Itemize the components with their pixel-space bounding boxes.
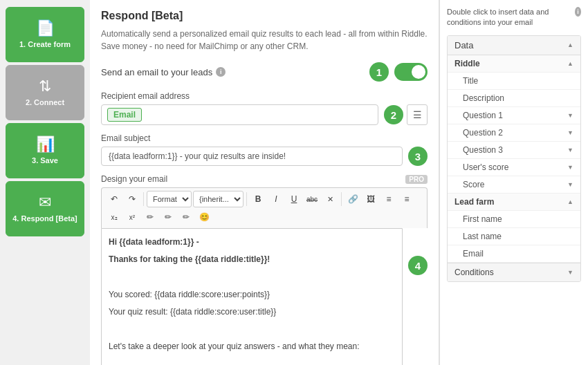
tree-footer-conditions[interactable]: Conditions ▼ xyxy=(448,263,580,281)
tree-item-last-name[interactable]: Last name xyxy=(448,228,580,245)
step-2-badge: 2 xyxy=(384,105,403,124)
toolbar-sep-1 xyxy=(143,192,144,206)
inherit-select[interactable]: {inherit... xyxy=(193,191,244,207)
right-panel: Double click to insert data and conditio… xyxy=(439,0,588,365)
data-header-chevron: ▲ xyxy=(567,41,573,48)
sidebar-item-create-form[interactable]: 📄 1. Create form xyxy=(6,7,84,62)
riddle-label: Riddle xyxy=(454,59,480,68)
main-content: Respond [Beta] Automatically send a pers… xyxy=(90,0,439,365)
toggle-info-icon[interactable]: i xyxy=(216,67,226,77)
tree-item-user-score[interactable]: User's score ▼ xyxy=(448,159,580,176)
list-icon: ☰ xyxy=(413,109,422,120)
page-title: Respond [Beta] xyxy=(101,10,428,22)
tree-item-question2[interactable]: Question 2 ▼ xyxy=(448,124,580,142)
riddle-chevron: ▲ xyxy=(567,60,573,67)
email-tag[interactable]: Email xyxy=(107,108,142,122)
user-score-label: User's score xyxy=(463,162,508,172)
sidebar-item-respond[interactable]: ✉ 4. Respond [Beta] xyxy=(6,181,84,236)
format-select[interactable]: Format xyxy=(147,191,192,207)
description-label: Description xyxy=(463,93,504,103)
tree-item-email[interactable]: Email xyxy=(448,245,580,263)
page-description: Automatically send a personalized email … xyxy=(101,28,428,53)
email-label: Email xyxy=(463,249,484,259)
subscript-button[interactable]: x₂ xyxy=(106,209,122,225)
bold-button[interactable]: B xyxy=(250,191,266,207)
data-tree: Data ▲ Riddle ▲ Title Description Questi… xyxy=(447,35,581,282)
lead-form-label: Lead farm xyxy=(454,197,494,207)
question3-chevron: ▼ xyxy=(567,147,573,153)
toggle-row: Send an email to your leads i 1 xyxy=(101,62,428,82)
link-button[interactable]: 🔗 xyxy=(344,191,361,207)
underline-button[interactable]: U xyxy=(286,191,302,207)
toolbar-sep-2 xyxy=(246,192,247,206)
panel-description-text: Double click to insert data and conditio… xyxy=(447,7,571,28)
pro-badge: PRO xyxy=(405,175,428,184)
subject-section: Email subject 3 xyxy=(101,133,428,166)
redo-button[interactable]: ↷ xyxy=(124,191,140,207)
image-button[interactable]: 🖼 xyxy=(362,191,379,207)
recipient-label: Recipient email address xyxy=(101,91,428,101)
create-form-icon: 📄 xyxy=(36,21,55,36)
tree-item-description[interactable]: Description xyxy=(448,90,580,107)
sidebar-item-respond-label: 4. Respond [Beta] xyxy=(12,214,77,223)
toggle-label-text: Send an email to your leads xyxy=(101,67,212,77)
email-editor[interactable]: Hi {{data leadform:1}} - Thanks for taki… xyxy=(101,228,403,365)
tree-item-question3[interactable]: Question 3 ▼ xyxy=(448,142,580,159)
respond-icon: ✉ xyxy=(39,195,51,210)
question1-chevron: ▼ xyxy=(567,112,573,119)
ol-button[interactable]: ≡ xyxy=(398,191,415,207)
lead-form-chevron: ▲ xyxy=(567,198,573,205)
sidebar: 📄 1. Create form ⇅ 2. Connect 📊 3. Save … xyxy=(0,0,90,365)
tree-item-title[interactable]: Title xyxy=(448,73,580,90)
pen3-button[interactable]: ✏ xyxy=(178,209,194,225)
sidebar-item-save-label: 3. Save xyxy=(32,156,58,165)
step-4-badge: 4 xyxy=(408,256,428,275)
tree-header[interactable]: Data ▲ xyxy=(448,36,580,55)
question2-chevron: ▼ xyxy=(567,129,573,136)
step-1-badge: 1 xyxy=(369,62,389,82)
question1-label: Question 1 xyxy=(463,111,503,120)
editor-label: Design your email xyxy=(101,174,167,184)
first-name-label: First name xyxy=(463,214,502,224)
tree-item-question1[interactable]: Question 1 ▼ xyxy=(448,107,580,124)
editor-wrap: Hi {{data leadform:1}} - Thanks for taki… xyxy=(101,228,428,365)
strikethrough-button[interactable]: abc xyxy=(304,191,320,207)
subject-input[interactable] xyxy=(101,147,403,166)
tree-item-first-name[interactable]: First name xyxy=(448,211,580,228)
tree-item-score[interactable]: Score ▼ xyxy=(448,176,580,194)
subject-label: Email subject xyxy=(101,133,428,143)
subject-row: 3 xyxy=(101,147,428,166)
toolbar-sep-3 xyxy=(341,192,342,206)
question2-label: Question 2 xyxy=(463,128,503,138)
score-label: Score xyxy=(463,180,484,189)
sidebar-item-save[interactable]: 📊 3. Save xyxy=(6,123,84,178)
email-design-section: Design your email PRO ↶ ↷ Format {inheri… xyxy=(101,174,428,365)
list-icon-button[interactable]: ☰ xyxy=(407,104,428,125)
remove-format-button[interactable]: ✕ xyxy=(322,191,338,207)
email-toggle[interactable] xyxy=(394,63,428,81)
sidebar-item-connect-label: 2. Connect xyxy=(26,98,64,106)
ul-button[interactable]: ≡ xyxy=(380,191,397,207)
pen2-button[interactable]: ✏ xyxy=(160,209,176,225)
conditions-label: Conditions xyxy=(454,268,494,277)
sidebar-item-create-form-label: 1. Create form xyxy=(19,40,71,48)
conditions-chevron: ▼ xyxy=(567,269,573,276)
tree-item-lead-form[interactable]: Lead farm ▲ xyxy=(448,194,580,211)
panel-info-icon[interactable]: i xyxy=(575,7,581,17)
step-3-badge: 3 xyxy=(408,147,428,166)
last-name-label: Last name xyxy=(463,232,502,241)
tree-item-riddle[interactable]: Riddle ▲ xyxy=(448,55,580,73)
undo-button[interactable]: ↶ xyxy=(106,191,122,207)
question3-label: Question 3 xyxy=(463,145,503,155)
save-icon: 📊 xyxy=(36,137,55,152)
emoji-button[interactable]: 😊 xyxy=(196,209,212,225)
data-header-label: Data xyxy=(454,40,473,50)
score-chevron: ▼ xyxy=(567,181,573,188)
email-row: Email xyxy=(101,104,378,125)
italic-button[interactable]: I xyxy=(268,191,284,207)
toggle-label: Send an email to your leads i xyxy=(101,67,226,77)
title-label: Title xyxy=(463,76,478,86)
sidebar-item-connect[interactable]: ⇅ 2. Connect xyxy=(6,65,84,120)
superscript-button[interactable]: x² xyxy=(124,209,140,225)
pen1-button[interactable]: ✏ xyxy=(142,209,158,225)
